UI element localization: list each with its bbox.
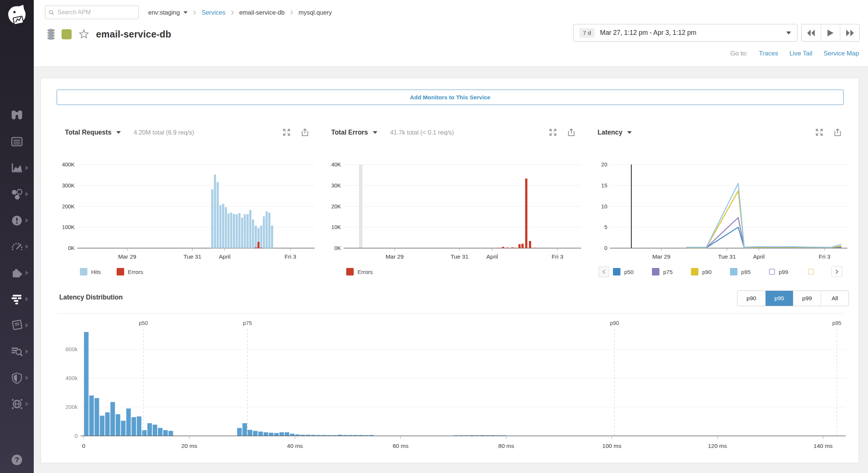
star-favorite-icon[interactable] [78, 28, 90, 40]
svg-text:600k: 600k [65, 346, 78, 352]
goto-link-traces[interactable]: Traces [759, 50, 778, 57]
total-requests-chart[interactable]: 400K300K200K100K0KMar 29Tue 31AprilFri 3 [57, 150, 319, 263]
sidebar-item-apm[interactable] [0, 286, 34, 312]
legend-item-p99[interactable]: p99 [769, 268, 808, 275]
sidebar-item-notebooks[interactable] [0, 312, 34, 338]
sidebar-item-monitors[interactable] [0, 207, 34, 234]
notebook-icon [11, 320, 23, 331]
sidebar-item-logs[interactable] [0, 338, 34, 365]
search-input[interactable] [57, 9, 135, 16]
latency-chart[interactable]: 20151050Mar 29Tue 31AprilFri 3 [589, 150, 852, 263]
percentile-button-p90[interactable]: p90 [737, 291, 765, 306]
sidebar-item-events[interactable] [0, 129, 34, 155]
errors-swatch [346, 268, 354, 275]
time-forward-button[interactable] [840, 24, 859, 41]
total-requests-title-dropdown[interactable]: Total Requests [65, 129, 121, 136]
legend-item-errors[interactable]: Errors [117, 268, 143, 275]
sidebar-item-integrations[interactable] [0, 260, 34, 286]
export-icon[interactable] [834, 128, 841, 138]
datadog-logo-icon[interactable] [2, 1, 32, 31]
svg-text:Fri 3: Fri 3 [552, 253, 563, 260]
sidebar-item-watchdog[interactable] [0, 102, 34, 128]
percentile-button-p99[interactable]: p99 [793, 291, 821, 306]
latency-header: Latency [589, 125, 856, 140]
svg-text:0: 0 [82, 443, 86, 449]
svg-text:Mar 29: Mar 29 [386, 253, 404, 260]
svg-text:p75: p75 [243, 320, 252, 326]
dashboards-chart-icon [11, 162, 23, 174]
search-icon [49, 9, 54, 16]
legend-item-errors[interactable]: Errors [346, 268, 373, 275]
time-range-selector[interactable]: 7 d Mar 27, 1:12 pm - Apr 3, 1:12 pm [573, 24, 797, 42]
sidebar-item-network[interactable] [0, 391, 34, 417]
expand-icon[interactable] [282, 128, 291, 138]
expand-icon[interactable] [815, 128, 823, 138]
errors-label: Errors [128, 269, 143, 275]
export-icon[interactable] [568, 128, 575, 138]
total-errors-panel: Total Errors 41.7k total (< 0.1 req/s) [323, 116, 589, 284]
latency-title: Latency [598, 129, 622, 136]
breadcrumb-operation: mysql.query [299, 9, 332, 16]
expand-icon[interactable] [549, 128, 557, 138]
total-errors-header: Total Errors 41.7k total (< 0.1 req/s) [323, 125, 589, 140]
legend-item-p95[interactable]: p95 [730, 268, 769, 275]
legend-item-hits[interactable]: Hits [80, 268, 101, 275]
total-requests-header: Total Requests 4.20M total (6.9 req/s) [57, 125, 323, 140]
legend-scroll-right-button[interactable] [831, 266, 842, 277]
sidebar-item-dashboards[interactable] [0, 155, 34, 181]
chevron-right-icon [835, 269, 838, 274]
charts-row: Total Requests 4.20M total (6.9 req/s) [41, 116, 859, 284]
sidebar-item-infrastructure[interactable] [0, 181, 34, 207]
legend-swatch [730, 268, 737, 275]
svg-text:0: 0 [604, 245, 607, 251]
breadcrumb-service[interactable]: email-service-db [239, 9, 285, 16]
svg-text:Mar 29: Mar 29 [652, 253, 670, 260]
total-errors-title-dropdown[interactable]: Total Errors [331, 129, 377, 136]
latency-distribution-chart[interactable]: 600k400k200k0020 ms40 ms60 ms80 ms100 ms… [41, 319, 859, 452]
breadcrumb-services[interactable]: Services [201, 9, 225, 16]
legend-item-p75[interactable]: p75 [652, 268, 691, 275]
goto-link-live-tail[interactable]: Live Tail [789, 50, 812, 57]
sidebar-item-help[interactable]: ? [0, 454, 34, 466]
latency-distribution-title: Latency Distribution [59, 293, 123, 301]
percentile-button-group: p90 p95 p99 All [737, 290, 849, 306]
legend-item-p90[interactable]: p90 [691, 268, 730, 275]
submenu-chevron-icon [26, 297, 29, 301]
latency-title-dropdown[interactable]: Latency [598, 129, 632, 136]
svg-text:Fri 3: Fri 3 [819, 253, 830, 260]
sidebar-item-security[interactable] [0, 365, 34, 391]
env-selector[interactable]: env:staging [148, 9, 188, 16]
total-requests-legend: Hits Errors [57, 265, 323, 278]
section-divider [57, 313, 844, 314]
play-icon [827, 30, 833, 36]
legend-item-p50[interactable]: p50 [613, 268, 652, 275]
time-play-button[interactable] [821, 24, 840, 41]
svg-text:200K: 200K [62, 204, 75, 210]
percentile-button-p95[interactable]: p95 [765, 291, 793, 306]
percentile-button-all[interactable]: All [821, 291, 848, 306]
submenu-chevron-icon [26, 218, 29, 223]
sidebar-item-metrics[interactable] [0, 234, 34, 260]
legend-label: p50 [624, 269, 634, 275]
svg-text:0: 0 [75, 433, 78, 439]
events-list-icon [11, 136, 23, 147]
svg-text:120 ms: 120 ms [708, 443, 727, 449]
export-icon[interactable] [301, 128, 309, 138]
svg-text:Tue 31: Tue 31 [183, 253, 201, 260]
svg-text:80 ms: 80 ms [498, 443, 514, 449]
legend-item-extra[interactable] [808, 268, 833, 275]
legend-scroll-left-button[interactable] [598, 266, 609, 277]
errors-label: Errors [357, 269, 373, 275]
goto-link-service-map[interactable]: Service Map [824, 50, 859, 57]
svg-text:10K: 10K [331, 224, 341, 230]
goto-row: Go to: Traces Live Tail Service Map [730, 45, 859, 62]
total-errors-chart[interactable]: 40K30K20K10K0KMar 29Tue 31AprilFri 3 [323, 150, 586, 263]
time-backward-button[interactable] [802, 24, 821, 41]
goto-label: Go to: [730, 50, 748, 57]
rewind-icon [807, 30, 815, 36]
add-monitors-button[interactable]: Add Monitors to This Service [57, 90, 844, 105]
errors-swatch [117, 268, 124, 275]
caret-down-icon [373, 131, 377, 134]
svg-text:100K: 100K [62, 224, 75, 230]
submenu-chevron-icon [26, 376, 29, 380]
